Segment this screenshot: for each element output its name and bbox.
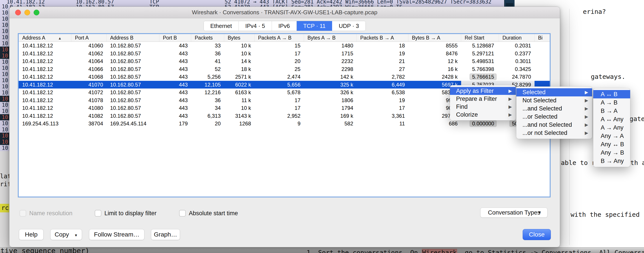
- cell: 686: [408, 120, 461, 128]
- cell: [534, 73, 547, 81]
- menu-item-apply-as-filter[interactable]: Apply as Filter▶: [450, 87, 516, 95]
- dialog-titlebar[interactable]: Wireshark · Conversations · TRANSIT-AVX-…: [10, 7, 560, 18]
- cell: 5,656: [254, 81, 304, 89]
- menu-item-any-a[interactable]: Any → A: [593, 132, 630, 140]
- menu-item-label: Any ↔ B: [601, 141, 624, 148]
- background-text-fragment: th a: [630, 159, 644, 167]
- cell: 0.2031: [499, 42, 534, 50]
- table-row[interactable]: 169.254.45.11338704169.254.45.1141792012…: [19, 120, 550, 128]
- minimize-window-icon[interactable]: [24, 10, 30, 15]
- menu-item-any-b[interactable]: Any → B: [593, 148, 630, 157]
- cell: 18: [357, 42, 408, 50]
- scrollbar-thumb[interactable]: [504, 0, 514, 7]
- menu-item--and-not-selected[interactable]: ...and not Selected▶: [516, 121, 592, 129]
- copy-button[interactable]: Copy ▼: [50, 229, 82, 240]
- column-header-packets[interactable]: Packets: [191, 34, 224, 41]
- menu-item-any-b[interactable]: Any ↔ B: [593, 140, 630, 148]
- cell: 41064: [72, 57, 106, 65]
- column-header-address-b[interactable]: Address B: [106, 34, 159, 41]
- column-header-port-b[interactable]: Port B: [159, 34, 191, 41]
- submenu-arrow-icon: ▶: [508, 87, 512, 95]
- help-button[interactable]: Help: [19, 229, 44, 240]
- column-header-port-a[interactable]: Port A: [72, 34, 106, 41]
- column-header-bytes-a-b[interactable]: Bytes A → B: [304, 34, 357, 41]
- submenu-arrow-icon: ▶: [508, 111, 512, 119]
- menu-item-colorize[interactable]: Colorize▶: [450, 111, 516, 119]
- conversation-types-dropdown[interactable]: Conversation Types ▼: [480, 208, 548, 218]
- column-header-bytes[interactable]: Bytes: [224, 34, 254, 41]
- cell: 6,313: [191, 112, 224, 120]
- packet-list-gutter-row: 10: [0, 34, 9, 40]
- checkbox-absolute-start-time[interactable]: Absolute start time: [179, 208, 238, 218]
- cell: 16 k: [408, 65, 461, 73]
- menu-item-a-b[interactable]: A ↔ B: [593, 90, 630, 98]
- cell: 2,952: [254, 112, 304, 120]
- menu-item--or-not-selected[interactable]: ...or not Selected▶: [516, 129, 592, 137]
- cell: [534, 42, 547, 50]
- follow-stream-button[interactable]: Follow Stream…: [89, 229, 144, 240]
- zoom-window-icon[interactable]: [34, 10, 39, 15]
- menu-item--or-selected[interactable]: ...or Selected▶: [516, 113, 592, 121]
- menu-item-a-any[interactable]: A → Any: [593, 123, 630, 132]
- menu-item-b-any[interactable]: B → Any: [593, 157, 630, 165]
- menu-item-prepare-a-filter[interactable]: Prepare a Filter▶: [450, 95, 516, 103]
- checkbox-box[interactable]: [20, 210, 26, 217]
- checkbox-name-resolution[interactable]: Name resolution: [20, 208, 72, 218]
- tab-ethernet[interactable]: Ethernet: [204, 21, 239, 31]
- menu-item-not-selected[interactable]: Not Selected▶: [516, 96, 592, 105]
- cell: 36: [191, 50, 224, 57]
- column-header-packets-b-a[interactable]: Packets B → A: [357, 34, 408, 41]
- cell: 0.2377: [499, 50, 534, 57]
- cell: 3,361: [357, 112, 408, 120]
- checkbox-limit-to-display-filter[interactable]: Limit to display filter: [95, 208, 156, 218]
- column-header-address-a[interactable]: Address A▲: [19, 34, 72, 41]
- menu-item-selected[interactable]: Selected▶: [516, 88, 592, 96]
- column-header-duration[interactable]: Duration: [499, 34, 534, 41]
- cell: 5.766398: [461, 65, 499, 73]
- cell: 41070: [72, 81, 106, 89]
- column-header-rel-start[interactable]: Rel Start: [461, 34, 499, 41]
- cell: 5.128687: [461, 42, 499, 50]
- table-row[interactable]: 10.41.182.124106610.162.80.574435218 k25…: [19, 65, 550, 73]
- cell: 10.162.80.57: [106, 112, 159, 120]
- menu-item-a-any[interactable]: A ↔ Any: [593, 115, 630, 123]
- cell: 0.3011: [499, 57, 534, 65]
- cell: [534, 50, 547, 57]
- tab-ipv6[interactable]: IPv6: [272, 21, 297, 31]
- close-button[interactable]: Close: [523, 229, 551, 240]
- menu-item-find[interactable]: Find▶: [450, 103, 516, 111]
- table-row[interactable]: 10.41.182.124106210.162.80.574433610 k17…: [19, 50, 550, 57]
- submenu-arrow-icon: ▶: [585, 129, 588, 137]
- packet-list-gutter-row: 10: [0, 53, 9, 59]
- column-header-bytes-b-a[interactable]: Bytes B → A: [408, 34, 461, 41]
- menu-item-b-a[interactable]: B → A: [593, 107, 630, 115]
- table-row[interactable]: 10.41.182.124106010.162.80.574433310 k15…: [19, 42, 550, 50]
- menu-item-a-b[interactable]: A → B: [593, 98, 630, 107]
- checkbox-box[interactable]: [95, 210, 101, 217]
- column-header-packets-a-b[interactable]: Packets A → B: [254, 34, 304, 41]
- cell: 10.162.80.57: [106, 57, 159, 65]
- checkbox-box[interactable]: [179, 210, 186, 217]
- menu-item--and-selected[interactable]: ...and Selected▶: [516, 105, 592, 113]
- cell: 443: [159, 88, 191, 96]
- hovered-cell-value: 5.766615: [470, 73, 497, 80]
- cell: 21: [357, 57, 408, 65]
- table-row[interactable]: 10.41.182.124106410.162.80.574434114 k20…: [19, 57, 550, 65]
- graph-button[interactable]: Graph…: [151, 229, 180, 240]
- apply-as-filter-submenu: Selected▶Not Selected▶...and Selected▶..…: [516, 86, 592, 139]
- tab-ipv4[interactable]: IPv4 · 5: [239, 21, 272, 31]
- cell: 1480: [304, 42, 357, 50]
- cell: 179: [159, 120, 191, 128]
- cell: 34: [191, 104, 224, 112]
- cell: 17: [254, 104, 304, 112]
- packet-list-row[interactable]: 10.41.182.1210.162.80.57TCP52 41072 → 44…: [0, 0, 504, 3]
- menu-item-label: Prepare a Filter: [456, 96, 497, 102]
- table-row[interactable]: 10.41.182.124106810.162.80.574435,256257…: [19, 73, 550, 81]
- close-window-icon[interactable]: [15, 10, 21, 15]
- cell: 12,216: [191, 88, 224, 96]
- tab-udp[interactable]: UDP · 3: [332, 21, 366, 31]
- cell: 12 k: [408, 57, 461, 65]
- tab-tcp[interactable]: TCP · 11: [297, 21, 332, 31]
- column-header-bi[interactable]: Bi: [534, 34, 547, 41]
- menu-item-label: ...and not Selected: [522, 121, 572, 128]
